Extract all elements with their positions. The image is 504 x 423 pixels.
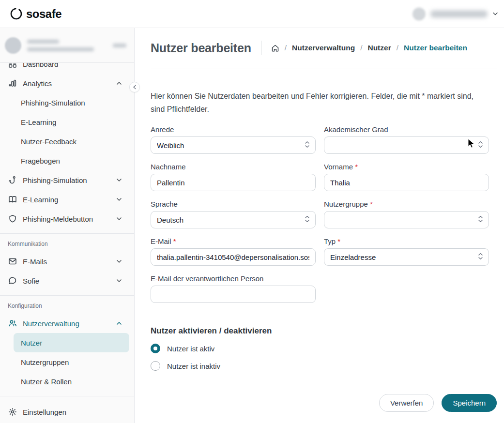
sidebar-subitem-phishing-simulation[interactable]: Phishing-Simulation bbox=[14, 93, 129, 112]
select-stepper-icon bbox=[478, 215, 483, 224]
breadcrumb-nutzerverwaltung[interactable]: Nutzerverwaltung bbox=[292, 44, 355, 52]
sidebar-item-phishing-simulation[interactable]: Phishing-Simulation bbox=[0, 170, 134, 190]
sidebar-item-sofie[interactable]: Sofie bbox=[0, 271, 134, 290]
chevron-down-icon bbox=[116, 278, 122, 284]
chevron-down-icon bbox=[492, 11, 498, 17]
dashboard-icon bbox=[8, 63, 17, 69]
akademischer-grad-label: Akademischer Grad bbox=[324, 125, 388, 134]
activation-section: Nutzer aktivieren / deaktivieren Nutzer … bbox=[151, 326, 497, 371]
sidebar-item-label: E-Mails bbox=[23, 257, 110, 266]
radio-selected-icon[interactable] bbox=[151, 344, 160, 353]
sprache-select[interactable]: Deutsch bbox=[151, 211, 316, 228]
profile-link-redacted bbox=[113, 44, 126, 47]
field-nutzergruppe: Nutzergruppe * bbox=[324, 200, 489, 228]
save-button[interactable]: Speichern bbox=[442, 394, 497, 412]
sidebar-subitem-fragebogen[interactable]: Fragebogen bbox=[14, 151, 129, 170]
select-stepper-icon bbox=[305, 215, 310, 224]
chevron-up-icon bbox=[116, 320, 122, 326]
sidebar-subitem-nutzergruppen[interactable]: Nutzergruppen bbox=[14, 352, 129, 372]
email-input[interactable] bbox=[151, 248, 316, 266]
user-menu[interactable] bbox=[412, 7, 498, 20]
sidebar-item-label: Nutzerverwaltung bbox=[23, 319, 110, 328]
breadcrumb-nutzer[interactable]: Nutzer bbox=[367, 44, 391, 52]
sidebar-item-einstellungen[interactable]: Einstellungen bbox=[0, 402, 134, 422]
radio-nutzer-aktiv[interactable]: Nutzer ist aktiv bbox=[151, 344, 497, 353]
field-typ: Typ * Einzeladresse bbox=[324, 237, 489, 266]
header-rule bbox=[151, 69, 497, 69]
sidebar-item-dashboard[interactable]: Dashboard bbox=[0, 63, 134, 74]
sidebar-item-label: Analytics bbox=[23, 79, 110, 88]
email-label: E-Mail bbox=[151, 237, 171, 245]
vorname-input[interactable] bbox=[324, 174, 489, 191]
page-title: Nutzer bearbeiten bbox=[151, 41, 251, 55]
sidebar-subitem-nutzer-rollen[interactable]: Nutzer & Rollen bbox=[14, 372, 129, 391]
typ-value: Einzeladresse bbox=[330, 253, 483, 261]
sidebar-item-label: Dashboard bbox=[23, 63, 122, 68]
section-label-konfiguration: Konfiguration bbox=[0, 296, 134, 314]
radio-unselected-icon[interactable] bbox=[151, 361, 160, 371]
sidebar-item-label: Phishing-Meldebutton bbox=[23, 215, 110, 223]
chevron-down-icon bbox=[116, 258, 122, 264]
avatar bbox=[412, 7, 426, 20]
nutzergruppe-select[interactable] bbox=[324, 211, 489, 228]
required-mark: * bbox=[173, 237, 176, 245]
main-content: Nutzer bearbeiten / Nutzerverwaltung / N… bbox=[135, 28, 504, 423]
discard-button[interactable]: Verwerfen bbox=[379, 394, 434, 412]
sidebar-item-analytics[interactable]: Analytics bbox=[0, 74, 134, 93]
sidebar-subitem-elearning[interactable]: E-Learning bbox=[14, 112, 129, 132]
sidebar-subitem-nutzer-feedback[interactable]: Nutzer-Feedback bbox=[14, 132, 129, 151]
akademischer-grad-select[interactable] bbox=[324, 136, 489, 154]
radio-label: Nutzer ist inaktiv bbox=[167, 362, 220, 370]
analytics-icon bbox=[8, 79, 17, 88]
required-mark: * bbox=[337, 237, 340, 245]
sprache-label: Sprache bbox=[151, 200, 178, 208]
select-stepper-icon bbox=[305, 141, 310, 150]
shield-icon bbox=[8, 214, 17, 224]
radio-nutzer-inaktiv[interactable]: Nutzer ist inaktiv bbox=[151, 361, 497, 371]
sidebar-item-emails[interactable]: E-Mails bbox=[0, 252, 134, 271]
select-stepper-icon bbox=[478, 253, 483, 261]
radio-label: Nutzer ist aktiv bbox=[167, 345, 214, 353]
email-verantwortlich-input[interactable] bbox=[151, 286, 316, 303]
page-header: Nutzer bearbeiten / Nutzerverwaltung / N… bbox=[151, 41, 497, 55]
sidebar-item-elearning[interactable]: E-Learning bbox=[0, 190, 134, 209]
field-akademischer-grad: Akademischer Grad bbox=[324, 125, 489, 154]
section-label-kommunikation: Kommunikation bbox=[0, 234, 134, 252]
gear-icon bbox=[8, 408, 17, 417]
brand-logo[interactable]: sosafe bbox=[10, 7, 61, 21]
chevron-down-icon bbox=[116, 177, 122, 183]
nachname-label: Nachname bbox=[151, 163, 186, 171]
typ-label: Typ bbox=[324, 237, 336, 245]
anrede-label: Anrede bbox=[151, 125, 174, 134]
required-mark: * bbox=[355, 163, 358, 171]
sidebar-nav: Dashboard Analytics Phishing-Simulation … bbox=[0, 63, 134, 423]
field-email: E-Mail * bbox=[151, 237, 316, 266]
sidebar-item-label: E-Learning bbox=[23, 196, 110, 204]
select-stepper-icon bbox=[478, 141, 483, 150]
sidebar-item-label: Phishing-Simulation bbox=[23, 176, 110, 184]
sidebar-item-label: Sofie bbox=[23, 277, 110, 285]
home-icon[interactable] bbox=[271, 44, 279, 52]
sosafe-logo-icon bbox=[10, 7, 23, 20]
breadcrumb-current: Nutzer bearbeiten bbox=[404, 44, 467, 52]
anrede-select[interactable]: Weiblich bbox=[151, 136, 316, 154]
sidebar: Dashboard Analytics Phishing-Simulation … bbox=[0, 28, 135, 423]
field-anrede: Anrede Weiblich bbox=[151, 125, 316, 154]
field-email-verantwortlich: E-Mail der verantwortlichen Person bbox=[151, 274, 316, 303]
required-mark: * bbox=[370, 200, 373, 208]
header-divider bbox=[261, 41, 261, 55]
sidebar-profile[interactable] bbox=[0, 28, 134, 63]
field-nachname: Nachname bbox=[151, 163, 316, 191]
anrede-value: Weiblich bbox=[157, 141, 309, 150]
sidebar-subitem-nutzer[interactable]: Nutzer bbox=[14, 333, 129, 352]
activation-heading: Nutzer aktivieren / deaktivieren bbox=[151, 326, 497, 336]
sidebar-collapse-button[interactable] bbox=[129, 82, 140, 92]
typ-select[interactable]: Einzeladresse bbox=[324, 248, 489, 266]
sidebar-item-phishing-meldebutton[interactable]: Phishing-Meldebutton bbox=[0, 209, 134, 228]
chat-bubble-icon bbox=[8, 276, 17, 286]
sidebar-item-nutzerverwaltung[interactable]: Nutzerverwaltung bbox=[0, 314, 134, 333]
nachname-input[interactable] bbox=[151, 174, 316, 191]
top-header: sosafe bbox=[0, 0, 504, 28]
book-icon bbox=[8, 195, 17, 204]
users-icon bbox=[8, 319, 17, 328]
